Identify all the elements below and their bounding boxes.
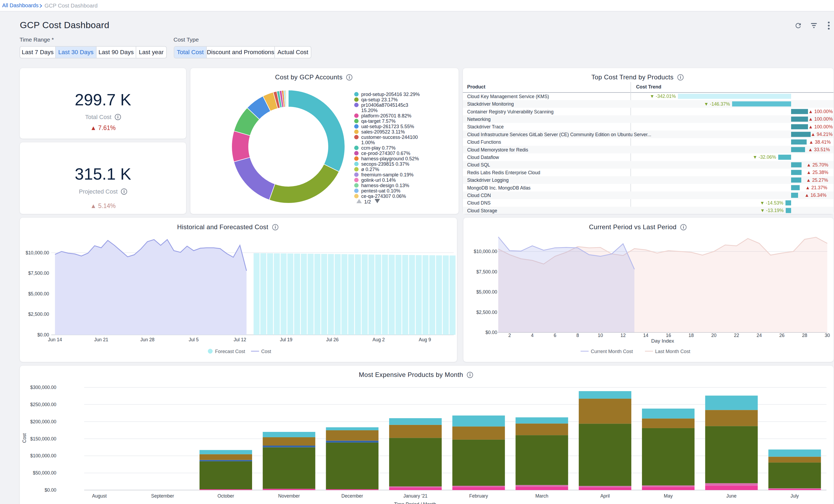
svg-text:$7,500.00: $7,500.00 xyxy=(476,269,497,275)
svg-text:Aug 9: Aug 9 xyxy=(419,337,431,342)
svg-text:pr10406a87045145c3: pr10406a87045145c3 xyxy=(361,103,408,108)
svg-text:qa-target 7.57%: qa-target 7.57% xyxy=(361,118,396,124)
svg-text:March: March xyxy=(535,493,548,499)
svg-text:8: 8 xyxy=(576,333,579,338)
svg-text:28: 28 xyxy=(802,333,807,338)
svg-text:Redis Labs Redis Enterprise Cl: Redis Labs Redis Enterprise Cloud xyxy=(467,170,540,175)
svg-text:Last Month Cost: Last Month Cost xyxy=(655,349,690,354)
svg-text:prod-setup-205416 32.29%: prod-setup-205416 32.29% xyxy=(361,92,420,97)
svg-text:September: September xyxy=(151,493,174,499)
svg-text:18: 18 xyxy=(689,333,694,338)
svg-text:$200,000.00: $200,000.00 xyxy=(30,419,57,424)
svg-text:22: 22 xyxy=(734,333,739,338)
svg-text:August: August xyxy=(92,493,107,499)
svg-text:Cloud Storage: Cloud Storage xyxy=(467,208,497,213)
svg-text:harness-playground 0.52%: harness-playground 0.52% xyxy=(361,156,419,161)
svg-text:▲ 94.21%: ▲ 94.21% xyxy=(811,132,833,137)
svg-text:ø 0.27%: ø 0.27% xyxy=(361,167,379,172)
svg-text:15.20%: 15.20% xyxy=(361,108,378,113)
svg-text:24: 24 xyxy=(756,333,762,338)
svg-text:▲ 25.70%: ▲ 25.70% xyxy=(806,162,828,168)
svg-text:$2,500.00: $2,500.00 xyxy=(476,310,497,315)
svg-text:Networking: Networking xyxy=(467,117,491,122)
svg-text:$250,000.00: $250,000.00 xyxy=(30,402,57,407)
svg-text:▼ -342.01%: ▼ -342.01% xyxy=(650,93,676,99)
svg-text:▲ 21.37%: ▲ 21.37% xyxy=(805,185,827,190)
svg-text:Jun 21: Jun 21 xyxy=(94,337,108,342)
svg-text:Cloud Functions: Cloud Functions xyxy=(467,139,501,145)
svg-text:uat-setup-261723 5.55%: uat-setup-261723 5.55% xyxy=(361,124,414,129)
svg-text:Stackdriver Trace: Stackdriver Trace xyxy=(467,124,504,130)
svg-text:1/2: 1/2 xyxy=(364,199,371,204)
svg-text:Cloud Memorystore for Redis: Cloud Memorystore for Redis xyxy=(467,147,528,153)
svg-text:$5,000.00: $5,000.00 xyxy=(476,289,497,294)
svg-text:Forecast Cost: Forecast Cost xyxy=(215,349,245,354)
svg-text:Jul 19: Jul 19 xyxy=(280,337,292,342)
svg-text:customer-success-244100: customer-success-244100 xyxy=(361,135,418,140)
svg-text:▼ -14.53%: ▼ -14.53% xyxy=(760,200,783,205)
svg-text:Product: Product xyxy=(467,84,485,90)
svg-text:June: June xyxy=(726,493,737,499)
svg-text:6: 6 xyxy=(554,333,556,338)
svg-text:April: April xyxy=(600,493,610,499)
svg-text:▲ 33.51%: ▲ 33.51% xyxy=(808,147,830,152)
svg-text:$7,500.00: $7,500.00 xyxy=(28,270,49,276)
svg-text:Jul 5: Jul 5 xyxy=(189,337,199,342)
svg-text:$5,000.00: $5,000.00 xyxy=(28,291,49,297)
svg-text:Stackdriver Logging: Stackdriver Logging xyxy=(467,177,509,183)
svg-text:harness-design 0.13%: harness-design 0.13% xyxy=(361,183,409,188)
svg-text:Cloud Key Management Service (: Cloud Key Management Service (KMS) xyxy=(467,94,549,99)
svg-text:Jul 26: Jul 26 xyxy=(326,337,339,342)
svg-text:30: 30 xyxy=(825,333,830,338)
svg-text:$100,000.00: $100,000.00 xyxy=(30,453,57,458)
svg-text:Stackdriver Monitoring: Stackdriver Monitoring xyxy=(467,101,514,107)
svg-text:sales-209522 3.11%: sales-209522 3.11% xyxy=(361,129,405,135)
svg-text:▼ -32.06%: ▼ -32.06% xyxy=(753,154,776,160)
svg-text:$150,000.00: $150,000.00 xyxy=(30,436,57,441)
svg-text:May: May xyxy=(664,493,673,499)
svg-text:$0.00: $0.00 xyxy=(45,487,56,493)
svg-text:$0.00: $0.00 xyxy=(37,332,49,337)
svg-text:freemium-sample 0.19%: freemium-sample 0.19% xyxy=(361,172,414,177)
svg-text:Cost: Cost xyxy=(261,349,271,354)
svg-text:Cloud Dataflow: Cloud Dataflow xyxy=(467,155,499,160)
svg-text:Cloud DNS: Cloud DNS xyxy=(467,200,491,205)
svg-text:10: 10 xyxy=(598,333,603,338)
svg-text:16: 16 xyxy=(666,333,671,338)
svg-text:Jun 14: Jun 14 xyxy=(48,337,62,342)
svg-text:$2,500.00: $2,500.00 xyxy=(28,311,49,317)
svg-text:November: November xyxy=(278,493,300,499)
svg-text:ce-prod-274307 0.67%: ce-prod-274307 0.67% xyxy=(361,151,410,156)
svg-text:▲ 16.34%: ▲ 16.34% xyxy=(805,193,827,198)
svg-text:July: July xyxy=(791,493,799,499)
svg-text:ce-qa-274307 0.06%: ce-qa-274307 0.06% xyxy=(361,194,406,199)
svg-text:20: 20 xyxy=(711,333,717,338)
svg-text:pentest-uat 0.10%: pentest-uat 0.10% xyxy=(361,188,400,194)
svg-text:Time Period / Month: Time Period / Month xyxy=(394,502,436,504)
svg-text:▼ -13.19%: ▼ -13.19% xyxy=(760,208,784,213)
svg-text:Cost Trend: Cost Trend xyxy=(636,84,661,90)
svg-text:January '21: January '21 xyxy=(403,493,427,499)
svg-text:26: 26 xyxy=(779,333,784,338)
svg-text:February: February xyxy=(469,493,488,499)
svg-text:2: 2 xyxy=(508,333,511,338)
svg-text:Jul 12: Jul 12 xyxy=(234,337,246,342)
svg-text:▲ 25.27%: ▲ 25.27% xyxy=(806,177,828,183)
svg-text:12: 12 xyxy=(620,333,626,338)
svg-text:Cloud Infrastructure Services: Cloud Infrastructure Services GitLab Ser… xyxy=(467,132,651,137)
svg-text:secops-239815 0.37%: secops-239815 0.37% xyxy=(361,161,409,167)
svg-text:$10,000.00: $10,000.00 xyxy=(25,250,49,256)
svg-text:14: 14 xyxy=(643,333,649,338)
svg-text:December: December xyxy=(342,493,363,499)
svg-text:▲ 38.41%: ▲ 38.41% xyxy=(809,139,831,145)
svg-text:October: October xyxy=(218,493,234,499)
svg-text:Cost: Cost xyxy=(22,433,27,443)
svg-text:Cloud SQL: Cloud SQL xyxy=(467,162,490,168)
svg-text:4: 4 xyxy=(531,333,534,338)
svg-text:Container Registry Vulnerabili: Container Registry Vulnerability Scannin… xyxy=(467,109,553,114)
svg-text:$50,000.00: $50,000.00 xyxy=(33,470,56,476)
svg-text:Jun 28: Jun 28 xyxy=(140,337,155,342)
svg-text:Cloud CDN: Cloud CDN xyxy=(467,193,491,198)
svg-text:Aug 2: Aug 2 xyxy=(372,337,385,342)
svg-text:$10,000.00: $10,000.00 xyxy=(474,249,497,254)
